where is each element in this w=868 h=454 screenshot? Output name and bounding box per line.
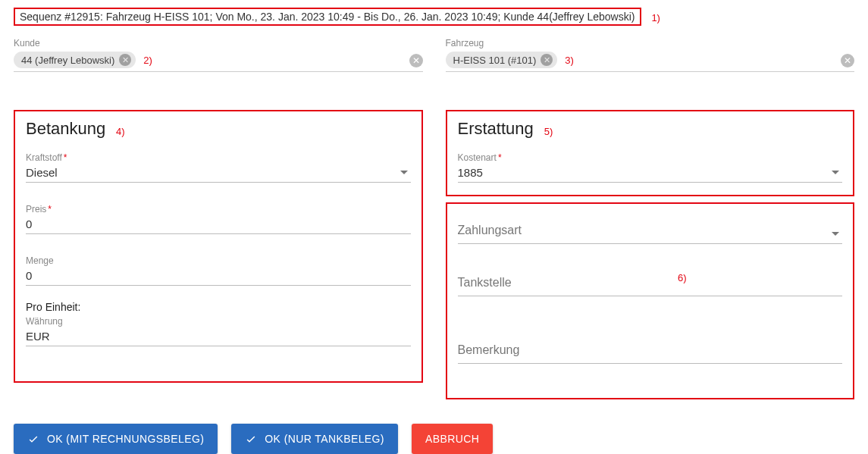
kunde-clear-icon[interactable] [409,54,423,67]
tankstelle-input[interactable]: Tankstelle [458,267,843,296]
extras-section: Zahlungsart 6) Tankstelle Bemerkung [446,202,855,399]
kunde-label: Kunde [14,38,423,49]
kostenart-select[interactable]: Kostenart* 1885 [458,152,843,183]
zahlungsart-placeholder: Zahlungsart [458,214,843,242]
kostenart-value: 1885 [458,163,843,180]
abbruch-button[interactable]: ABBRUCH [412,424,493,454]
betankung-title: Betankung [26,119,105,139]
fahrzeug-field[interactable]: Fahrzeug H-EISS 101 (#101) 3) [446,38,855,72]
fahrzeug-chip: H-EISS 101 (#101) [446,52,558,68]
chevron-down-icon [400,171,408,174]
kunde-chip-remove-icon[interactable] [119,54,131,66]
fahrzeug-chip-remove-icon[interactable] [541,54,553,66]
ok-tank-button[interactable]: OK (NUR TANKBELEG) [231,424,398,454]
kraftstoff-value: Diesel [26,163,411,180]
ok-rechnung-label: OK (MIT RECHNUNGSBELEG) [47,433,204,445]
chevron-down-icon [832,171,839,174]
abbruch-label: ABBRUCH [425,433,479,445]
kraftstoff-label: Kraftstoff* [26,152,411,163]
menge-label: Menge [26,255,411,266]
kunde-chip: 44 (Jeffrey Lebowski) [14,52,136,68]
kunde-chip-text: 44 (Jeffrey Lebowski) [21,55,114,66]
chevron-down-icon [832,232,839,236]
kostenart-label: Kostenart* [458,152,843,163]
fahrzeug-clear-icon[interactable] [841,54,854,67]
zahlungsart-select[interactable]: Zahlungsart [458,214,843,244]
erstattung-title: Erstattung [458,119,534,139]
betankung-section: Betankung 4) Kraftstoff* Diesel Preis* 0… [14,110,423,383]
menge-input[interactable]: Menge 0 [26,255,411,286]
menge-value: 0 [26,266,411,283]
bemerkung-placeholder: Bemerkung [458,334,843,362]
annotation-1: 1) [651,12,660,23]
waehrung-label: Währung [26,316,411,327]
annotation-4: 4) [116,126,125,137]
pro-einheit-label: Pro Einheit: [26,301,411,313]
ok-rechnung-button[interactable]: OK (MIT RECHNUNGSBELEG) [14,424,218,454]
annotation-2: 2) [143,55,152,66]
erstattung-section: Erstattung 5) Kostenart* 1885 [446,110,855,196]
annotation-5: 5) [544,126,553,137]
preis-value: 0 [26,214,411,232]
waehrung-field[interactable]: Währung EUR [26,316,411,346]
waehrung-value: EUR [26,327,411,344]
check-icon [245,433,257,445]
check-icon [27,433,39,445]
tankstelle-placeholder: Tankstelle [458,267,843,294]
ok-tank-label: OK (NUR TANKBELEG) [265,433,384,445]
bemerkung-input[interactable]: Bemerkung [458,334,843,364]
annotation-3: 3) [565,55,574,66]
preis-input[interactable]: Preis* 0 [26,204,411,234]
fahrzeug-chip-text: H-EISS 101 (#101) [453,55,537,66]
kraftstoff-select[interactable]: Kraftstoff* Diesel [26,152,411,183]
fahrzeug-label: Fahrzeug [446,38,855,49]
page-title: Sequenz #12915: Fahrzeug H-EISS 101; Von… [14,8,641,26]
kunde-field[interactable]: Kunde 44 (Jeffrey Lebowski) 2) [14,38,423,72]
preis-label: Preis* [26,204,411,214]
